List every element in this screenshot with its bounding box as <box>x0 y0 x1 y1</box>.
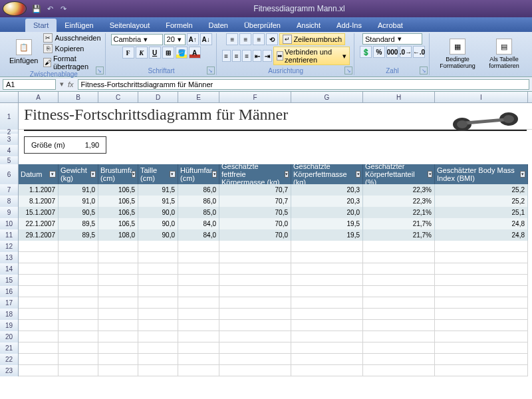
empty-cell[interactable] <box>138 342 178 354</box>
table-cell[interactable]: 24,8 <box>435 229 528 241</box>
filter-dropdown-icon[interactable]: ▾ <box>90 171 96 178</box>
table-cell[interactable]: 70,5 <box>219 207 291 218</box>
increase-decimal-button[interactable]: .0→ <box>400 46 412 58</box>
empty-cell[interactable] <box>435 286 528 297</box>
conditional-formatting-button[interactable]: ▦ Bedingte Formatierung <box>435 37 480 70</box>
empty-cell[interactable] <box>59 263 98 275</box>
empty-row[interactable] <box>19 286 532 297</box>
empty-cell[interactable] <box>363 252 435 263</box>
table-column-header[interactable]: Geschätzte fettfreie Körpermasse (kg)▾ <box>219 164 291 184</box>
table-cell[interactable]: 22.1.2007 <box>19 218 59 229</box>
table-column-header[interactable]: Gewicht (kg)▾ <box>59 164 98 184</box>
tab-ueberpruefen[interactable]: Überprüfen <box>236 19 289 32</box>
table-cell[interactable]: 19,5 <box>291 229 363 241</box>
fill-color-button[interactable]: 🪣 <box>176 47 188 59</box>
empty-cell[interactable] <box>219 241 291 252</box>
empty-cell[interactable] <box>291 342 363 354</box>
empty-cell[interactable] <box>178 252 219 263</box>
table-cell[interactable]: 106,5 <box>98 196 138 207</box>
empty-cell[interactable] <box>363 275 435 286</box>
table-cell[interactable]: 25,2 <box>435 196 528 207</box>
format-as-table-button[interactable]: ▤ Als Tabelle formatieren <box>483 37 525 70</box>
empty-cell[interactable] <box>219 252 291 263</box>
empty-cell[interactable] <box>291 286 363 297</box>
empty-row[interactable] <box>19 331 532 342</box>
table-cell[interactable]: 29.1.2007 <box>19 229 59 241</box>
align-right-button[interactable]: ≡ <box>242 50 251 62</box>
table-cell[interactable]: 91,5 <box>138 184 178 196</box>
empty-cell[interactable] <box>363 263 435 275</box>
row-header[interactable]: 19 <box>0 320 19 331</box>
fx-icon[interactable]: fx <box>68 80 74 88</box>
empty-cell[interactable] <box>291 241 363 252</box>
filter-dropdown-icon[interactable]: ▾ <box>132 171 136 178</box>
empty-cell[interactable] <box>138 275 178 286</box>
empty-cell[interactable] <box>291 365 363 376</box>
empty-cell[interactable] <box>19 365 59 376</box>
empty-cell[interactable] <box>219 309 291 320</box>
align-top-button[interactable]: ≡ <box>226 33 238 45</box>
formula-bar[interactable]: Fitness-Fortschrittsdiagramm für Männer <box>78 79 529 90</box>
row-header[interactable]: 17 <box>0 297 19 309</box>
row-header[interactable]: 8 <box>0 196 19 207</box>
shrink-font-button[interactable]: A↓ <box>200 33 212 45</box>
underline-button[interactable]: U <box>149 47 161 59</box>
row-header[interactable]: 12 <box>0 241 19 252</box>
empty-cell[interactable] <box>363 286 435 297</box>
empty-cell[interactable] <box>138 365 178 376</box>
table-cell[interactable]: 89,5 <box>59 218 98 229</box>
empty-row[interactable] <box>19 342 532 354</box>
empty-cell[interactable] <box>19 241 59 252</box>
empty-cell[interactable] <box>178 320 219 331</box>
empty-cell[interactable] <box>98 354 138 365</box>
empty-cell[interactable] <box>363 331 435 342</box>
table-cell[interactable]: 8.1.2007 <box>19 196 59 207</box>
empty-cell[interactable] <box>219 286 291 297</box>
indent-increase-button[interactable]: ⇥ <box>263 50 271 62</box>
empty-cell[interactable] <box>59 297 98 309</box>
empty-cell[interactable] <box>178 275 219 286</box>
percent-button[interactable]: % <box>373 46 385 58</box>
table-column-header[interactable]: Geschätzte Körperfettmasse (kg)▾ <box>291 164 363 184</box>
empty-row[interactable] <box>19 365 532 376</box>
office-button[interactable] <box>3 1 27 16</box>
table-cell[interactable]: 106,5 <box>98 218 138 229</box>
font-launcher-icon[interactable]: ↘ <box>207 66 215 74</box>
empty-row[interactable] <box>19 354 532 365</box>
tab-formeln[interactable]: Formeln <box>158 19 200 32</box>
empty-cell[interactable] <box>98 320 138 331</box>
empty-row[interactable] <box>19 241 532 252</box>
font-name-combo[interactable]: Cambria▾ <box>111 34 163 45</box>
empty-cell[interactable] <box>19 354 59 365</box>
empty-cell[interactable] <box>98 241 138 252</box>
empty-cell[interactable] <box>435 342 528 354</box>
table-column-header[interactable]: Taille (cm)▾ <box>138 164 178 184</box>
empty-cell[interactable] <box>19 297 59 309</box>
name-box[interactable] <box>3 79 56 90</box>
empty-cell[interactable] <box>219 354 291 365</box>
empty-cell[interactable] <box>363 342 435 354</box>
empty-cell[interactable] <box>435 241 528 252</box>
empty-cell[interactable] <box>219 320 291 331</box>
copy-button[interactable]: ⎘Kopieren <box>43 44 100 53</box>
row-header[interactable]: 13 <box>0 252 19 263</box>
column-header[interactable]: C <box>98 92 138 102</box>
orientation-button[interactable]: ⟲ <box>266 33 278 45</box>
tab-seitenlayout[interactable]: Seitenlayout <box>102 19 158 32</box>
number-launcher-icon[interactable]: ↘ <box>420 66 428 74</box>
empty-cell[interactable] <box>98 331 138 342</box>
table-cell[interactable]: 90,0 <box>138 207 178 218</box>
filter-dropdown-icon[interactable]: ▾ <box>49 171 56 178</box>
table-cell[interactable]: 22,3% <box>363 184 435 196</box>
indent-decrease-button[interactable]: ⇤ <box>253 50 261 62</box>
table-cell[interactable]: 91,0 <box>59 184 98 196</box>
tab-addins[interactable]: Add-Ins <box>329 19 370 32</box>
italic-button[interactable]: K <box>136 47 148 59</box>
empty-row[interactable] <box>19 263 532 275</box>
empty-cell[interactable] <box>138 320 178 331</box>
table-cell[interactable]: 89,5 <box>59 229 98 241</box>
empty-cell[interactable] <box>98 365 138 376</box>
empty-cell[interactable] <box>59 309 98 320</box>
table-row[interactable]: 15.1.200790,5106,590,085,070,520,022,1%2… <box>19 207 532 218</box>
empty-cell[interactable] <box>435 320 528 331</box>
